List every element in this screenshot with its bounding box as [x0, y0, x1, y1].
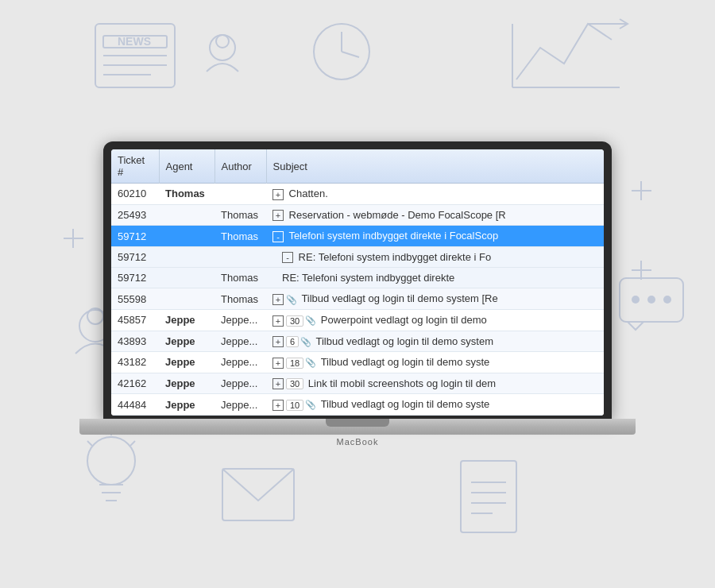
subject-text: Chatten.	[286, 188, 328, 199]
col-header-author: Author	[214, 149, 266, 184]
attachment-icon: 📎	[305, 358, 316, 368]
table-body: 60210Thomas+ Chatten.25493Thomas+ Reserv…	[111, 184, 604, 416]
cell-agent: Thomas	[159, 184, 214, 205]
ticket-table: Ticket # Agent Author Subject 60210Thoma…	[111, 149, 604, 416]
subject-text: Telefoni system indbygget direkte i Foca…	[286, 230, 498, 242]
cell-ticket: 25493	[111, 204, 159, 226]
cell-ticket: 45857	[111, 310, 159, 331]
cell-author: Jeppe...	[214, 331, 266, 352]
svg-rect-1	[103, 36, 167, 48]
expand-icon[interactable]: -	[282, 252, 293, 263]
svg-line-10	[342, 52, 359, 57]
cell-agent: Jeppe	[159, 310, 214, 331]
expand-icon[interactable]: +	[272, 358, 284, 369]
col-header-subject: Subject	[266, 149, 604, 184]
table-row[interactable]: 59712Thomas RE: Telefoni system indbygge…	[111, 268, 604, 288]
subject-text: Link til mobil screenshots og login til …	[305, 377, 496, 389]
cell-author	[214, 184, 266, 205]
svg-rect-0	[95, 24, 175, 87]
table-row[interactable]: 43893JeppeJeppe...+6📎 Tilbud vedlagt og …	[111, 331, 604, 352]
cell-subject: +6📎 Tilbud vedlagt og login til demo sys…	[266, 331, 604, 352]
expand-icon[interactable]: +	[272, 210, 284, 221]
subject-text: RE: Telefoni system indbygget direkte	[282, 272, 454, 284]
cell-author	[214, 246, 266, 268]
table-row[interactable]: 55598Thomas+📎 Tilbud vedlagt og login ti…	[111, 288, 604, 310]
subject-text: Tilbud vedlagt og login til demo system …	[299, 292, 498, 304]
cell-agent: Jeppe	[159, 331, 214, 352]
laptop-screen: Ticket # Agent Author Subject 60210Thoma…	[103, 141, 612, 419]
count-badge: 6	[286, 336, 299, 347]
cell-author: Jeppe...	[214, 310, 266, 331]
cell-agent	[159, 204, 214, 226]
cell-ticket: 59712	[111, 226, 159, 247]
cell-subject: - RE: Telefoni system indbygget direkte …	[266, 246, 604, 268]
cell-ticket: 43893	[111, 331, 159, 352]
col-header-ticket: Ticket #	[111, 149, 159, 184]
cell-agent	[159, 268, 214, 288]
expand-icon[interactable]: +	[272, 378, 284, 389]
svg-rect-33	[222, 469, 294, 520]
cell-subject: +30📎 Powerpoint vedlagt og login til dem…	[266, 310, 604, 331]
cell-agent	[159, 246, 214, 268]
laptop-base	[79, 419, 636, 435]
cell-subject: + Chatten.	[266, 184, 604, 205]
cell-ticket: 44484	[111, 394, 159, 416]
cell-author: Thomas	[214, 226, 266, 247]
cell-subject: - Telefoni system indbygget direkte i Fo…	[266, 226, 604, 247]
table-row[interactable]: 25493Thomas+ Reservation - webmøde - Dem…	[111, 204, 604, 226]
cell-agent	[159, 226, 214, 247]
attachment-icon: 📎	[286, 295, 297, 305]
expand-icon[interactable]: +	[272, 336, 284, 347]
count-badge: 18	[286, 358, 303, 369]
cell-ticket: 60210	[111, 184, 159, 205]
cell-author: Jeppe...	[214, 373, 266, 394]
screen-content: Ticket # Agent Author Subject 60210Thoma…	[111, 149, 604, 416]
table-row[interactable]: 59712- RE: Telefoni system indbygget dir…	[111, 246, 604, 268]
cell-agent: Jeppe	[159, 373, 214, 394]
subject-text: Tilbud vedlagt og login til demo syste	[318, 356, 489, 368]
cell-ticket: 59712	[111, 268, 159, 288]
cell-ticket: 42162	[111, 373, 159, 394]
table-row[interactable]: 42162JeppeJeppe...+30 Link til mobil scr…	[111, 373, 604, 394]
table-row[interactable]: 44484JeppeJeppe...+10📎 Tilbud vedlagt og…	[111, 394, 604, 416]
table-row[interactable]: 45857JeppeJeppe...+30📎 Powerpoint vedlag…	[111, 310, 604, 331]
count-badge: 30	[286, 315, 303, 327]
attachment-icon: 📎	[305, 400, 316, 410]
table-row[interactable]: 60210Thomas+ Chatten.	[111, 184, 604, 205]
subject-text: Tilbud vedlagt og login til demo syste	[318, 398, 489, 410]
expand-icon[interactable]: +	[272, 315, 284, 327]
laptop-container: Ticket # Agent Author Subject 60210Thoma…	[79, 141, 636, 447]
table-row[interactable]: 59712Thomas- Telefoni system indbygget d…	[111, 226, 604, 247]
cell-ticket: 55598	[111, 288, 159, 310]
cell-subject: +📎 Tilbud vedlagt og login til demo syst…	[266, 288, 604, 310]
laptop-notch	[326, 419, 389, 427]
svg-text:NEWS: NEWS	[118, 35, 151, 48]
expand-icon[interactable]: -	[272, 231, 284, 242]
cell-author: Jeppe...	[214, 352, 266, 373]
svg-point-6	[210, 35, 235, 60]
svg-point-7	[216, 35, 229, 48]
cell-agent	[159, 288, 214, 310]
table-row[interactable]: 43182JeppeJeppe...+18📎 Tilbud vedlagt og…	[111, 352, 604, 373]
cell-author: Thomas	[214, 288, 266, 310]
cell-subject: +18📎 Tilbud vedlagt og login til demo sy…	[266, 352, 604, 373]
attachment-icon: 📎	[305, 315, 316, 326]
subject-text: RE: Telefoni system indbygget direkte i …	[296, 251, 491, 263]
count-badge: 10	[286, 400, 303, 411]
expand-icon[interactable]: +	[272, 189, 284, 200]
col-header-agent: Agent	[159, 149, 214, 184]
svg-point-25	[663, 296, 671, 304]
subject-text: Reservation - webmøde - Demo FocalScope …	[286, 209, 506, 221]
svg-rect-34	[461, 461, 516, 532]
cell-ticket: 43182	[111, 352, 159, 373]
cell-agent: Jeppe	[159, 394, 214, 416]
subject-text: Powerpoint vedlagt og login til demo	[318, 314, 486, 326]
svg-point-24	[647, 296, 655, 304]
cell-subject: RE: Telefoni system indbygget direkte	[266, 268, 604, 288]
subject-text: Tilbud vedlagt og login til demo system	[313, 335, 493, 347]
expand-icon[interactable]: +	[272, 400, 284, 411]
attachment-icon: 📎	[300, 337, 311, 347]
cell-subject: + Reservation - webmøde - Demo FocalScop…	[266, 204, 604, 226]
svg-point-8	[314, 24, 369, 79]
expand-icon[interactable]: +	[272, 294, 284, 305]
